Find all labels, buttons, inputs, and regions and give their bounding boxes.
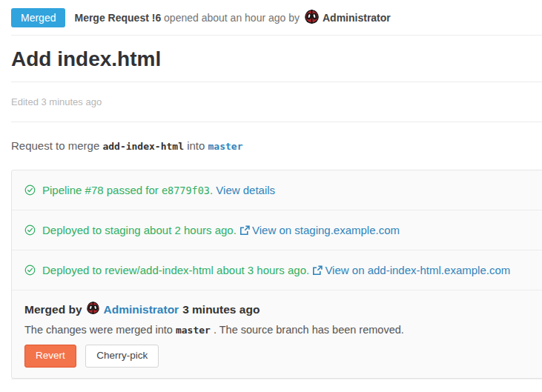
pipeline-row: Pipeline #78 passed for e8779f03. View d… <box>12 170 542 210</box>
merger-avatar <box>87 302 99 317</box>
author-avatar <box>305 10 319 26</box>
page-title: Add index.html <box>11 47 542 72</box>
mr-header: Merged Merge Request !6 opened about an … <box>11 0 542 35</box>
request-prefix: Request to merge <box>11 139 99 152</box>
merged-section: Merged by Administrator 3 minutes ago Th… <box>12 290 542 378</box>
deployment-status-text: Deployed to review/add-index-html about … <box>42 264 309 276</box>
deadpool-avatar-icon <box>87 302 99 314</box>
merged-target-branch: master <box>176 325 211 336</box>
merged-body-prefix: The changes were merged into <box>24 324 173 336</box>
revert-button[interactable]: Revert <box>24 345 76 368</box>
mr-status-widget: Pipeline #78 passed for e8779f03. View d… <box>11 170 542 379</box>
divider <box>11 35 542 36</box>
check-circle-icon <box>24 225 36 236</box>
status-badge: Merged <box>11 8 65 27</box>
view-on-staging-link[interactable]: View on staging.example.com <box>239 224 400 236</box>
deployment-row-staging: Deployed to staging about 2 hours ago. V… <box>12 210 542 250</box>
target-branch: master <box>208 141 243 152</box>
merged-time: 3 minutes ago <box>182 303 260 316</box>
divider <box>11 122 542 122</box>
deadpool-avatar-icon <box>305 10 319 24</box>
external-link-icon <box>239 225 250 236</box>
merged-body-suffix: . The source branch has been removed. <box>211 324 404 336</box>
view-details-link[interactable]: View details <box>216 184 275 196</box>
header-author-link[interactable]: Administrator <box>323 12 391 24</box>
merged-actions: Revert Cherry-pick <box>24 345 539 368</box>
check-circle-icon <box>24 185 36 196</box>
merged-by-label: Merged by <box>24 303 82 316</box>
merge-request-page: Merged Merge Request !6 opened about an … <box>0 0 542 379</box>
deployment-row-review: Deployed to review/add-index-html about … <box>12 250 542 290</box>
merged-body: The changes were merged into master . Th… <box>24 324 539 336</box>
cherry-pick-button[interactable]: Cherry-pick <box>85 345 159 368</box>
pipeline-status-text: Pipeline #78 passed for <box>42 184 159 196</box>
mr-opened-text: opened about an hour ago by <box>164 12 300 24</box>
request-middle: into <box>187 139 205 152</box>
divider <box>11 379 542 379</box>
source-branch: add-index-html <box>102 141 184 152</box>
merged-heading: Merged by Administrator 3 minutes ago <box>24 302 539 317</box>
check-circle-icon <box>24 265 36 276</box>
edited-note: Edited 3 minutes ago <box>11 82 542 122</box>
deployment-status-text: Deployed to staging about 2 hours ago. <box>42 224 237 236</box>
commit-sha-link[interactable]: e8779f03 <box>162 185 210 196</box>
view-on-review-link[interactable]: View on add-index-html.example.com <box>312 264 510 276</box>
merger-author-link[interactable]: Administrator <box>104 303 179 316</box>
external-link-icon <box>312 265 323 276</box>
mr-request-label: Merge Request !6 <box>74 12 161 24</box>
request-to-merge-line: Request to merge add-index-html into mas… <box>11 139 542 152</box>
